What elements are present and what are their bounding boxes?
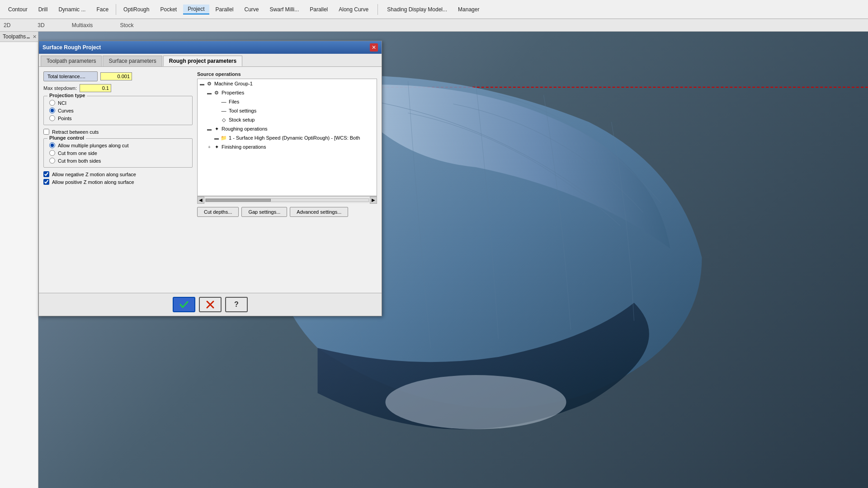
toggle-properties[interactable]: ▬ bbox=[207, 90, 212, 95]
cut-depths-button[interactable]: Cut depths... bbox=[197, 207, 239, 217]
radio-cut-one-side-label: Cut from one side bbox=[58, 150, 97, 156]
radio-allow-multiple-row[interactable]: Allow multiple plunges along cut bbox=[49, 142, 189, 148]
tool-settings-label: Tool settings bbox=[229, 108, 256, 113]
tree-item-roughing-ops[interactable]: ▬ ✦ Roughing operations bbox=[198, 124, 377, 133]
finishing-ops-label: Finishing operations bbox=[222, 144, 266, 150]
radio-cut-both-sides-row[interactable]: Cut from both sides bbox=[49, 158, 189, 164]
allow-neg-z-label: Allow negative Z motion along surface bbox=[52, 172, 136, 177]
toolbar-drill[interactable]: Drill bbox=[34, 5, 52, 14]
toolpaths-panel: Toolpaths 🗕 ✕ bbox=[0, 32, 38, 488]
toolpaths-pin-icon[interactable]: 🗕 bbox=[26, 34, 31, 39]
radio-nci[interactable] bbox=[49, 100, 55, 106]
hs-op-icon: 📁 bbox=[220, 134, 227, 141]
radio-curves-row[interactable]: Curves bbox=[49, 108, 189, 113]
allow-neg-z-checkbox[interactable] bbox=[43, 171, 49, 177]
label-3d: 3D bbox=[38, 22, 44, 28]
toolbar-shading-display[interactable]: Shading Display Model... bbox=[382, 5, 452, 14]
max-stepdown-row: Max stepdown: bbox=[43, 84, 193, 92]
roughing-ops-label: Roughing operations bbox=[222, 126, 268, 131]
plunge-control-group: Plunge control Allow multiple plunges al… bbox=[43, 138, 193, 168]
tree-scroll-right[interactable]: ▶ bbox=[370, 197, 377, 204]
radio-curves[interactable] bbox=[49, 108, 55, 113]
max-stepdown-label: Max stepdown: bbox=[43, 85, 77, 91]
source-ops-label: Source operations bbox=[197, 71, 377, 77]
files-label: Files bbox=[229, 99, 239, 104]
total-tolerance-input[interactable] bbox=[100, 72, 132, 80]
tree-item-machine-group[interactable]: ▬ ⚙ Machine Group-1 bbox=[198, 79, 377, 88]
allow-neg-z-row: Allow negative Z motion along surface bbox=[43, 171, 193, 177]
tab-toolpath-parameters[interactable]: Toolpath parameters bbox=[41, 56, 102, 66]
help-icon: ? bbox=[234, 300, 239, 309]
tree-item-hs-op[interactable]: ▬ 📁 1 - Surface High Speed (Dynamic Opti… bbox=[198, 133, 377, 142]
left-panel: Total tolerance.... Max stepdown: Projec… bbox=[43, 71, 193, 288]
tree-item-files[interactable]: — — Files bbox=[198, 97, 377, 106]
roughing-ops-icon: ✦ bbox=[213, 125, 220, 132]
right-panel: Source operations ▬ ⚙ Machine Group-1 ▬ … bbox=[197, 71, 377, 288]
tree-item-stock-setup[interactable]: ◇ ◇ Stock setup bbox=[198, 115, 377, 124]
radio-cut-one-side-row[interactable]: Cut from one side bbox=[49, 150, 189, 156]
top-toolbar: Contour Drill Dynamic ... Face OptiRough… bbox=[0, 0, 868, 19]
tree-scroll-left[interactable]: ◀ bbox=[197, 197, 204, 204]
gap-settings-button[interactable]: Gap settings... bbox=[241, 207, 287, 217]
toolbar-curve[interactable]: Curve bbox=[240, 5, 264, 14]
ok-button[interactable] bbox=[173, 297, 195, 312]
max-stepdown-input[interactable] bbox=[80, 84, 111, 92]
tree-scroll-track[interactable] bbox=[205, 198, 369, 202]
toolbar-face[interactable]: Face bbox=[92, 5, 113, 14]
toolbar-dynamic[interactable]: Dynamic ... bbox=[54, 5, 90, 14]
dialog-close-button[interactable]: ✕ bbox=[370, 43, 378, 52]
toggle-hs-op[interactable]: ▬ bbox=[214, 135, 219, 141]
toolbar-manager[interactable]: Manager bbox=[453, 5, 484, 14]
tree-item-tool-settings[interactable]: — — Tool settings bbox=[198, 106, 377, 115]
radio-allow-multiple[interactable] bbox=[49, 142, 55, 148]
toolpaths-close-icon[interactable]: ✕ bbox=[33, 34, 37, 40]
toolbar-parallel2[interactable]: Parallel bbox=[305, 5, 332, 14]
radio-cut-one-side[interactable] bbox=[49, 150, 55, 156]
toolbar-along-curve[interactable]: Along Curve bbox=[334, 5, 373, 14]
radio-nci-row[interactable]: NCI bbox=[49, 100, 189, 106]
toolbar-parallel[interactable]: Parallel bbox=[211, 5, 238, 14]
tool-settings-icon: — bbox=[220, 107, 227, 114]
help-button[interactable]: ? bbox=[225, 297, 248, 312]
cancel-button[interactable] bbox=[199, 297, 222, 312]
toolbar-project[interactable]: Project bbox=[183, 5, 209, 14]
properties-icon: ⚙ bbox=[213, 89, 220, 96]
dialog-titlebar: Surface Rough Project ✕ bbox=[39, 41, 382, 54]
hs-op-label: 1 - Surface High Speed (Dynamic OptiRoug… bbox=[229, 135, 360, 141]
toolbar-pocket[interactable]: Pocket bbox=[156, 5, 181, 14]
label-multiaxis: Multiaxis bbox=[72, 22, 93, 28]
retract-checkbox[interactable] bbox=[43, 129, 49, 135]
label-2d: 2D bbox=[4, 22, 10, 28]
toolbar-optirough[interactable]: OptiRough bbox=[119, 5, 154, 14]
toolbar-contour[interactable]: Contour bbox=[4, 5, 32, 14]
tree-item-finishing-ops[interactable]: + ✦ Finishing operations bbox=[198, 142, 377, 151]
retract-label: Retract between cuts bbox=[52, 129, 99, 135]
machine-group-label: Machine Group-1 bbox=[214, 81, 253, 86]
toggle-finishing-ops[interactable]: + bbox=[207, 144, 212, 150]
allow-pos-z-checkbox[interactable] bbox=[43, 179, 49, 185]
tree-item-properties[interactable]: ▬ ⚙ Properties bbox=[198, 88, 377, 97]
radio-points[interactable] bbox=[49, 115, 55, 121]
advanced-settings-button[interactable]: Advanced settings... bbox=[290, 207, 348, 217]
retract-checkbox-row: Retract between cuts bbox=[43, 129, 193, 135]
toggle-machine-group[interactable]: ▬ bbox=[199, 81, 205, 86]
plunge-control-radios: Allow multiple plunges along cut Cut fro… bbox=[49, 142, 189, 164]
files-icon: — bbox=[220, 98, 227, 105]
tree-scrollbar[interactable]: ◀ ▶ bbox=[197, 196, 377, 203]
tree-scroll-thumb[interactable] bbox=[206, 199, 271, 202]
projection-type-group: Projection type NCI Curves Points bbox=[43, 96, 193, 125]
radio-cut-both-sides[interactable] bbox=[49, 158, 55, 164]
radio-points-row[interactable]: Points bbox=[49, 115, 189, 121]
toolbar-swarf[interactable]: Swarf Milli... bbox=[265, 5, 304, 14]
radio-cut-both-sides-label: Cut from both sides bbox=[58, 158, 101, 164]
finishing-ops-icon: ✦ bbox=[213, 143, 220, 150]
tab-surface-parameters[interactable]: Surface parameters bbox=[103, 56, 162, 66]
allow-pos-z-row: Allow positive Z motion along surface bbox=[43, 179, 193, 185]
toggle-roughing-ops[interactable]: ▬ bbox=[207, 126, 212, 131]
tab-rough-project-parameters[interactable]: Rough project parameters bbox=[163, 56, 242, 66]
toggle-files: — bbox=[214, 99, 219, 104]
total-tolerance-button[interactable]: Total tolerance.... bbox=[43, 71, 98, 81]
machine-group-icon: ⚙ bbox=[206, 80, 213, 87]
radio-curves-label: Curves bbox=[58, 108, 74, 113]
source-operations-tree[interactable]: ▬ ⚙ Machine Group-1 ▬ ⚙ Properties — — bbox=[197, 79, 377, 196]
